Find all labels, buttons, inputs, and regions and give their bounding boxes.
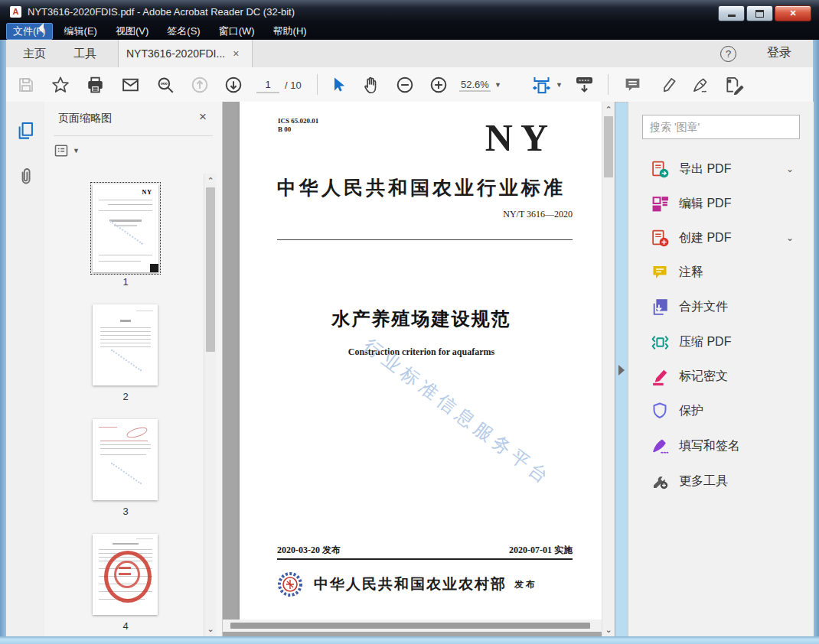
export-pdf-icon <box>650 160 670 179</box>
ny-logo: NY <box>485 115 556 160</box>
tool-export-pdf[interactable]: 导出 PDF ⌄ <box>628 154 814 184</box>
tool-fill-sign[interactable]: 填写和签名 <box>628 431 814 461</box>
save-icon[interactable] <box>17 76 35 94</box>
thumbnails-options-caret-icon[interactable]: ▼ <box>73 147 80 154</box>
publish-label: 发布 <box>514 578 537 591</box>
highlighter-icon[interactable] <box>658 75 678 95</box>
zoom-dropdown-caret-icon[interactable]: ▼ <box>494 81 501 89</box>
thumbnails-panel-close-icon[interactable]: × <box>199 109 207 125</box>
zoom-in-icon[interactable] <box>429 75 449 95</box>
minimize-icon <box>728 15 736 17</box>
maximize-button[interactable] <box>746 5 773 21</box>
sign-in-button[interactable]: 登录 <box>767 45 791 61</box>
search-icon[interactable] <box>155 75 175 95</box>
thumbnails-scroll-down-icon[interactable]: ⌄ <box>204 624 217 634</box>
more-tools-wrench-icon <box>650 472 670 490</box>
tab-home[interactable]: 主页 <box>23 40 46 67</box>
chevron-down-icon[interactable]: ⌄ <box>786 233 794 243</box>
tool-edit-pdf[interactable]: 编辑 PDF <box>628 188 814 219</box>
publisher-row: 中华人民共和国农业农村部 发布 <box>277 571 537 597</box>
tab-document[interactable]: NYT3616-2020FDI... × <box>118 40 253 67</box>
thumbnails-options-button[interactable]: ▼ <box>54 142 81 159</box>
collapse-right-panel-arrow[interactable] <box>618 365 625 376</box>
menu-bar: 文件(F) 编辑(E) 视图(V) 签名(S) 窗口(W) 帮助(H) <box>6 23 318 40</box>
pdf-app-icon <box>10 6 21 18</box>
toolbar-separator <box>317 74 318 95</box>
next-page-icon[interactable] <box>224 75 243 95</box>
attachments-rail-icon[interactable] <box>15 166 36 187</box>
scroll-mode-icon[interactable] <box>574 74 595 95</box>
zoom-level-value[interactable]: 52.6% <box>459 78 491 91</box>
tool-combine-files[interactable]: 合并文件 <box>628 291 814 322</box>
tool-protect[interactable]: 保护 <box>628 395 814 426</box>
document-scroll-up-icon[interactable]: ⌃ <box>602 105 615 115</box>
active-rail-notch <box>38 23 44 34</box>
tool-label: 注释 <box>679 265 703 281</box>
document-scrollbar-thumb[interactable] <box>604 116 613 177</box>
tool-compress-pdf[interactable]: 压缩 PDF <box>628 327 814 357</box>
window-title: NYT3616-2020FDIS.pdf - Adobe Acrobat Rea… <box>28 6 295 18</box>
tool-redact[interactable]: 标记密文 <box>628 361 814 392</box>
thumbnail-page-1-number: 1 <box>92 276 159 288</box>
stamp-tool-icon[interactable] <box>724 75 744 95</box>
menu-window[interactable]: 窗口(W) <box>212 23 262 40</box>
window-border-right <box>813 40 819 636</box>
tool-more-tools[interactable]: 更多工具 <box>628 466 814 496</box>
fill-sign-tool-icon[interactable] <box>690 75 710 95</box>
thumbnail-page-3[interactable] <box>93 419 158 500</box>
combine-files-icon <box>650 298 670 317</box>
document-title-cn: 水产养殖场建设规范 <box>240 307 603 331</box>
print-icon[interactable] <box>86 75 105 94</box>
toolbar-separator <box>608 74 609 95</box>
zoom-out-icon[interactable] <box>395 75 415 95</box>
tab-bar: 主页 工具 NYT3616-2020FDI... × ? 登录 <box>6 40 813 68</box>
help-icon[interactable]: ? <box>720 46 736 62</box>
minimize-button[interactable] <box>718 5 745 21</box>
menu-edit[interactable]: 编辑(E) <box>57 23 104 40</box>
thumbnails-scrollbar[interactable]: ⌃ ⌄ <box>204 174 217 636</box>
menu-file[interactable]: 文件(F) <box>6 23 53 40</box>
page-number-input[interactable] <box>256 76 279 93</box>
thumbnail-page-1[interactable]: NY <box>93 184 158 272</box>
menu-help[interactable]: 帮助(H) <box>266 23 314 40</box>
document-canvas[interactable]: ICS 65.020.01 B 00 NY 中华人民共和国农业行业标准 NY/T… <box>223 102 615 636</box>
thumbnails-panel: 页面缩略图 × ▼ NY 1 <box>44 102 223 636</box>
tool-label: 合并文件 <box>679 299 728 315</box>
document-horizontal-scrollbar-thumb[interactable] <box>230 623 590 629</box>
tools-search-input[interactable] <box>642 115 800 139</box>
chevron-down-icon[interactable]: ⌄ <box>786 164 794 174</box>
hand-tool-icon[interactable] <box>361 75 381 95</box>
thumbnails-scroll-up-icon[interactable]: ⌃ <box>204 176 217 186</box>
compress-pdf-icon <box>650 333 670 352</box>
tool-create-pdf[interactable]: 创建 PDF ⌄ <box>628 223 814 253</box>
fit-width-icon[interactable]: ▼ <box>531 74 563 95</box>
thumbnails-scrollbar-thumb[interactable] <box>206 187 215 352</box>
tab-close-icon[interactable]: × <box>233 47 239 60</box>
tool-label: 填写和签名 <box>679 438 740 454</box>
comment-note-icon <box>650 263 670 281</box>
thumbnail-page-2[interactable] <box>93 304 158 385</box>
close-button[interactable]: ✕ <box>775 5 811 21</box>
ics-code: ICS 65.020.01 B 00 <box>278 117 318 134</box>
menu-view[interactable]: 视图(V) <box>109 23 155 40</box>
page-thumbnails-rail-icon[interactable] <box>15 120 36 141</box>
document-scroll-down-icon[interactable]: ⌄ <box>602 625 615 635</box>
titlebar-row[interactable]: NYT3616-2020FDIS.pdf - Adobe Acrobat Rea… <box>0 0 819 23</box>
left-rail <box>6 102 45 636</box>
menu-sign[interactable]: 签名(S) <box>160 23 207 40</box>
tab-tools[interactable]: 工具 <box>73 40 96 67</box>
tool-label: 编辑 PDF <box>679 196 731 212</box>
thumbnails-panel-title: 页面缩略图 <box>58 112 112 125</box>
comment-icon[interactable] <box>623 75 642 94</box>
thumbnail-page-4[interactable] <box>93 534 158 615</box>
email-icon[interactable] <box>121 75 140 94</box>
star-icon[interactable] <box>51 75 70 95</box>
protect-shield-icon <box>650 402 670 420</box>
document-horizontal-scrollbar[interactable] <box>223 620 602 632</box>
document-vertical-scrollbar[interactable]: ⌃ ⌄ <box>602 102 615 636</box>
fit-width-caret-icon[interactable]: ▼ <box>556 81 563 89</box>
page-total-label: / 10 <box>285 79 302 90</box>
select-tool-icon[interactable] <box>329 76 348 94</box>
previous-page-icon[interactable] <box>190 75 210 95</box>
tool-comment[interactable]: 注释 <box>628 257 814 288</box>
